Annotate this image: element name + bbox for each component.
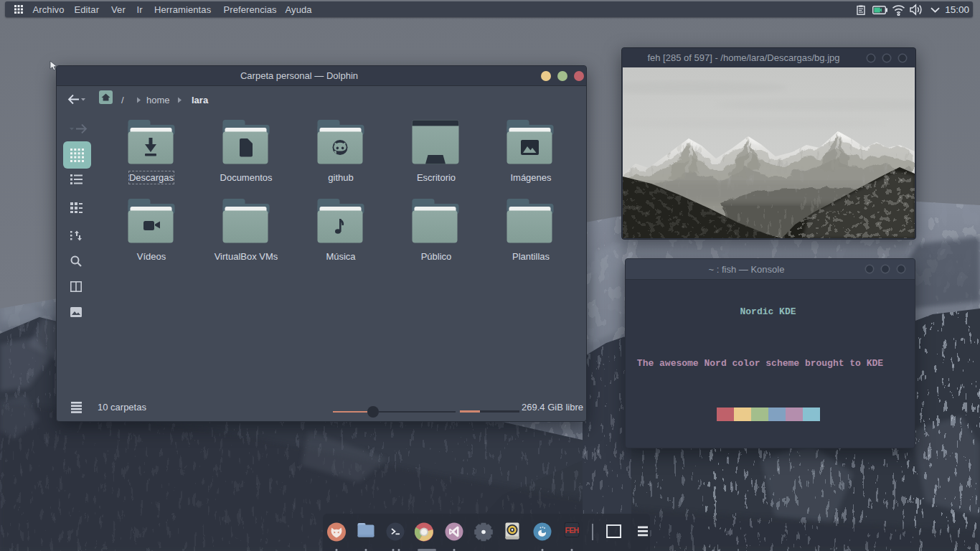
- svg-text:FEH: FEH: [565, 526, 578, 534]
